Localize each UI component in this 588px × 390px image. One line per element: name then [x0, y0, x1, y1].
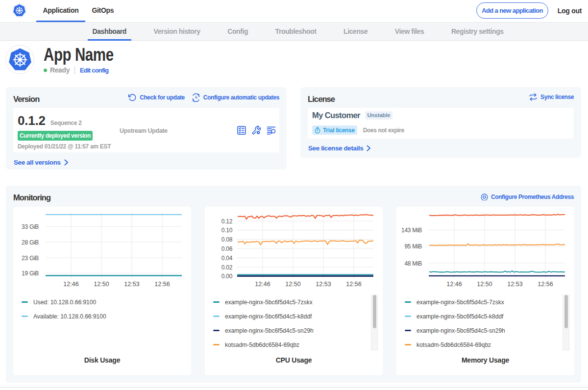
svg-text:12:46: 12:46 [446, 281, 462, 288]
svg-text:12:56: 12:56 [538, 281, 553, 288]
svg-text:12:53: 12:53 [507, 281, 522, 288]
svg-text:12:53: 12:53 [316, 281, 331, 288]
svg-text:0.12: 0.12 [221, 218, 233, 225]
svg-text:33 GiB: 33 GiB [22, 223, 39, 230]
svg-text:0.00: 0.00 [221, 273, 233, 280]
svg-text:19 GiB: 19 GiB [22, 270, 39, 277]
svg-text:0.10: 0.10 [221, 227, 233, 234]
svg-text:0.08: 0.08 [221, 236, 233, 243]
svg-text:12:50: 12:50 [94, 281, 109, 288]
svg-text:12:50: 12:50 [477, 281, 492, 288]
svg-text:0.06: 0.06 [221, 245, 233, 252]
svg-text:48 MiB: 48 MiB [404, 260, 422, 267]
svg-text:12:46: 12:46 [63, 281, 78, 288]
svg-text:12:56: 12:56 [346, 281, 361, 288]
svg-text:143 MiB: 143 MiB [401, 227, 422, 234]
svg-text:12:50: 12:50 [285, 281, 300, 288]
svg-text:0.04: 0.04 [221, 255, 233, 262]
svg-text:12:46: 12:46 [255, 281, 270, 288]
svg-text:23 GiB: 23 GiB [22, 255, 39, 262]
svg-text:95 MiB: 95 MiB [404, 243, 422, 250]
svg-text:12:56: 12:56 [154, 281, 170, 288]
svg-text:0.02: 0.02 [221, 264, 233, 271]
svg-text:12:53: 12:53 [124, 281, 139, 288]
svg-text:28 GiB: 28 GiB [22, 239, 39, 246]
